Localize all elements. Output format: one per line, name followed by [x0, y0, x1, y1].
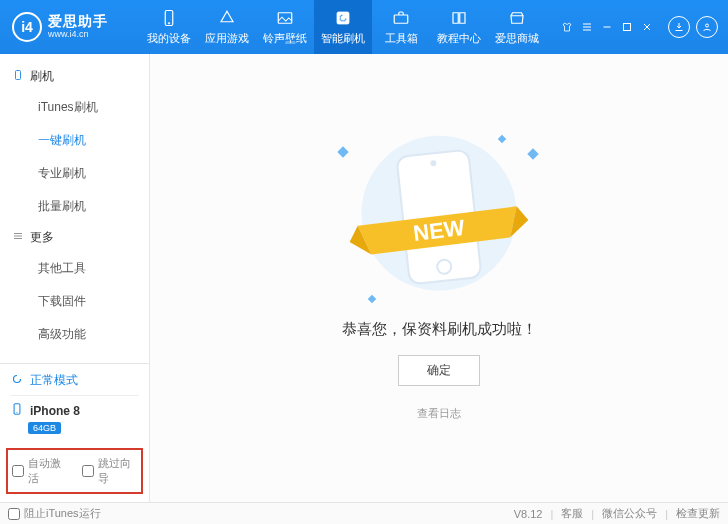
window-controls	[550, 16, 728, 38]
nav-ringtones[interactable]: 铃声壁纸	[256, 0, 314, 54]
minimize-icon[interactable]	[600, 20, 614, 34]
nav-label: 我的设备	[147, 31, 191, 46]
device-mode[interactable]: 正常模式	[10, 372, 139, 395]
auto-activate-checkbox[interactable]: 自动激活	[12, 456, 68, 486]
toolbox-icon	[391, 8, 411, 28]
svg-rect-2	[278, 13, 292, 24]
nav-apps[interactable]: 应用游戏	[198, 0, 256, 54]
close-icon[interactable]	[640, 20, 654, 34]
sidebar-item-advanced[interactable]: 高级功能	[0, 318, 149, 351]
brand: i4 爱思助手 www.i4.cn	[0, 12, 140, 42]
view-log-link[interactable]: 查看日志	[417, 406, 461, 421]
auto-activate-label: 自动激活	[28, 456, 68, 486]
more-icon	[12, 230, 24, 245]
support-link[interactable]: 客服	[561, 506, 583, 521]
top-nav: 我的设备 应用游戏 铃声壁纸 智能刷机 工具箱	[140, 0, 550, 54]
sidebar-section-flash[interactable]: 刷机	[0, 62, 149, 91]
svg-point-1	[168, 23, 170, 25]
menu-icon[interactable]	[580, 20, 594, 34]
user-icon[interactable]	[696, 16, 718, 38]
nav-store[interactable]: 爱思商城	[488, 0, 546, 54]
device-icon	[12, 69, 24, 84]
svg-rect-3	[337, 12, 349, 24]
image-icon	[275, 8, 295, 28]
success-message: 恭喜您，保资料刷机成功啦！	[342, 320, 537, 339]
sidebar-item-batch-flash[interactable]: 批量刷机	[0, 190, 149, 223]
refresh-icon	[333, 8, 353, 28]
status-bar: 阻止iTunes运行 V8.12 | 客服 | 微信公众号 | 检查更新	[0, 502, 728, 524]
sidebar-section-title: 更多	[30, 229, 54, 246]
shirt-icon[interactable]	[560, 20, 574, 34]
brand-logo-icon: i4	[12, 12, 42, 42]
device-panel: 正常模式 iPhone 8 64GB	[0, 363, 149, 442]
book-icon	[449, 8, 469, 28]
block-itunes-input[interactable]	[8, 508, 20, 520]
skip-wizard-checkbox[interactable]: 跳过向导	[82, 456, 138, 486]
block-itunes-checkbox[interactable]: 阻止iTunes运行	[8, 506, 101, 521]
ok-button[interactable]: 确定	[398, 355, 480, 386]
svg-point-9	[16, 412, 17, 413]
sidebar-item-other-tools[interactable]: 其他工具	[0, 252, 149, 285]
svg-rect-4	[394, 15, 408, 23]
nav-toolbox[interactable]: 工具箱	[372, 0, 430, 54]
device-name: iPhone 8	[30, 404, 80, 418]
sidebar-section-more[interactable]: 更多	[0, 223, 149, 252]
brand-name: 爱思助手	[48, 14, 108, 29]
svg-point-6	[706, 24, 709, 27]
nav-label: 铃声壁纸	[263, 31, 307, 46]
device-info[interactable]: iPhone 8	[10, 396, 139, 419]
refresh-small-icon	[10, 372, 24, 389]
wechat-link[interactable]: 微信公众号	[602, 506, 657, 521]
sidebar-item-itunes-flash[interactable]: iTunes刷机	[0, 91, 149, 124]
nav-my-device[interactable]: 我的设备	[140, 0, 198, 54]
app-header: i4 爱思助手 www.i4.cn 我的设备 应用游戏 铃声壁纸	[0, 0, 728, 54]
flash-options-highlight: 自动激活 跳过向导	[6, 448, 143, 494]
capacity-badge: 64GB	[28, 422, 61, 434]
svg-rect-7	[16, 71, 21, 80]
sidebar: 刷机 iTunes刷机 一键刷机 专业刷机 批量刷机 更多 其他工具 下载固件 …	[0, 54, 150, 502]
auto-activate-input[interactable]	[12, 465, 24, 477]
nav-label: 智能刷机	[321, 31, 365, 46]
check-update-link[interactable]: 检查更新	[676, 506, 720, 521]
nav-label: 教程中心	[437, 31, 481, 46]
skip-wizard-input[interactable]	[82, 465, 94, 477]
skip-wizard-label: 跳过向导	[98, 456, 138, 486]
nav-tutorials[interactable]: 教程中心	[430, 0, 488, 54]
store-icon	[507, 8, 527, 28]
nav-label: 应用游戏	[205, 31, 249, 46]
sidebar-item-download-fw[interactable]: 下载固件	[0, 285, 149, 318]
sidebar-section-title: 刷机	[30, 68, 54, 85]
nav-flash[interactable]: 智能刷机	[314, 0, 372, 54]
sidebar-item-oneclick-flash[interactable]: 一键刷机	[0, 124, 149, 157]
phone-small-icon	[10, 402, 24, 419]
success-illustration: NEW	[329, 136, 549, 306]
svg-rect-5	[624, 24, 631, 31]
maximize-icon[interactable]	[620, 20, 634, 34]
device-mode-label: 正常模式	[30, 372, 78, 389]
apps-icon	[217, 8, 237, 28]
sidebar-item-pro-flash[interactable]: 专业刷机	[0, 157, 149, 190]
brand-url: www.i4.cn	[48, 30, 108, 40]
nav-label: 爱思商城	[495, 31, 539, 46]
phone-icon	[159, 8, 179, 28]
block-itunes-label: 阻止iTunes运行	[24, 506, 101, 521]
download-icon[interactable]	[668, 16, 690, 38]
main-content: NEW 恭喜您，保资料刷机成功啦！ 确定 查看日志	[150, 54, 728, 502]
nav-label: 工具箱	[385, 31, 418, 46]
version-label: V8.12	[514, 508, 543, 520]
